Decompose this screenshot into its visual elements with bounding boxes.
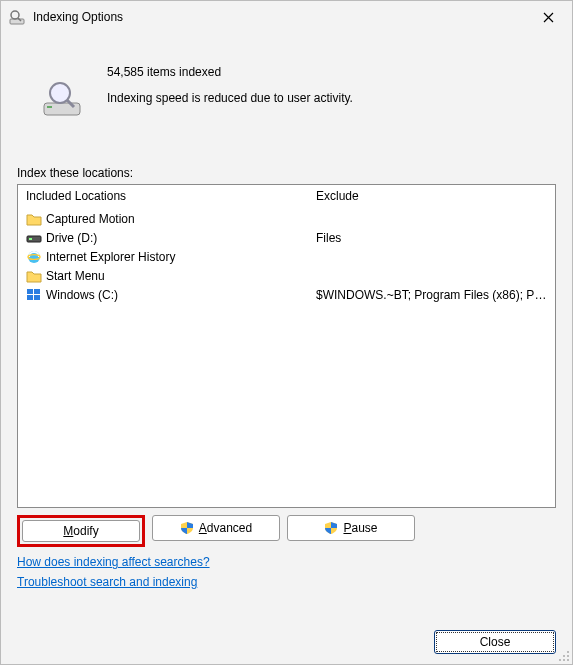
folder-icon: [26, 211, 42, 227]
index-status-icon: [42, 79, 82, 119]
svg-point-15: [567, 651, 569, 653]
svg-rect-12: [34, 289, 40, 294]
window-title: Indexing Options: [33, 10, 528, 24]
svg-rect-4: [47, 106, 52, 108]
how-indexing-link[interactable]: How does indexing affect searches?: [17, 555, 556, 569]
svg-rect-0: [10, 19, 24, 24]
svg-point-17: [567, 655, 569, 657]
exclude-label: $WINDOWS.~BT; Program Files (x86); Pr...: [316, 288, 547, 302]
svg-rect-13: [27, 295, 33, 300]
column-included: Included Locations: [26, 189, 316, 203]
modify-button[interactable]: Modify: [22, 520, 140, 542]
location-label: Start Menu: [46, 269, 316, 283]
troubleshoot-link[interactable]: Troubleshoot search and indexing: [17, 575, 556, 589]
shield-icon: [324, 521, 338, 535]
windows-icon: [26, 287, 42, 303]
list-header: Included Locations Exclude: [18, 185, 555, 209]
folder-icon: [26, 268, 42, 284]
column-exclude: Exclude: [316, 189, 547, 203]
location-label: Drive (D:): [46, 231, 316, 245]
pause-button[interactable]: Pause: [287, 515, 415, 541]
svg-rect-14: [34, 295, 40, 300]
svg-rect-8: [29, 238, 32, 240]
window-close-button[interactable]: [528, 3, 568, 31]
modify-highlight: Modify: [17, 515, 145, 547]
table-row[interactable]: Captured Motion: [26, 209, 547, 228]
close-button[interactable]: Close: [434, 630, 556, 654]
resize-grip[interactable]: [558, 650, 570, 662]
locations-listbox[interactable]: Included Locations Exclude Captured Moti…: [17, 184, 556, 508]
location-label: Windows (C:): [46, 288, 316, 302]
svg-point-20: [567, 659, 569, 661]
table-row[interactable]: Internet Explorer History: [26, 247, 547, 266]
svg-point-16: [563, 655, 565, 657]
index-locations-label: Index these locations:: [17, 166, 556, 180]
svg-point-19: [563, 659, 565, 661]
advanced-button[interactable]: Advanced: [152, 515, 280, 541]
items-indexed-label: 54,585 items indexed: [107, 65, 556, 79]
location-label: Internet Explorer History: [46, 250, 316, 264]
table-row[interactable]: Start Menu: [26, 266, 547, 285]
svg-rect-3: [44, 103, 80, 115]
exclude-label: Files: [316, 231, 547, 245]
drive-icon: [26, 230, 42, 246]
index-speed-label: Indexing speed is reduced due to user ac…: [107, 91, 556, 105]
table-row[interactable]: Drive (D:)Files: [26, 228, 547, 247]
indexing-options-dialog: Indexing Options 54,585 items inde: [0, 0, 573, 665]
svg-point-1: [11, 11, 19, 19]
table-row[interactable]: Windows (C:)$WINDOWS.~BT; Program Files …: [26, 285, 547, 304]
svg-point-18: [559, 659, 561, 661]
magnifier-drive-icon: [9, 9, 25, 25]
shield-icon: [180, 521, 194, 535]
svg-rect-11: [27, 289, 33, 294]
ie-icon: [26, 249, 42, 265]
location-label: Captured Motion: [46, 212, 316, 226]
close-icon: [543, 12, 554, 23]
titlebar: Indexing Options: [1, 1, 572, 33]
